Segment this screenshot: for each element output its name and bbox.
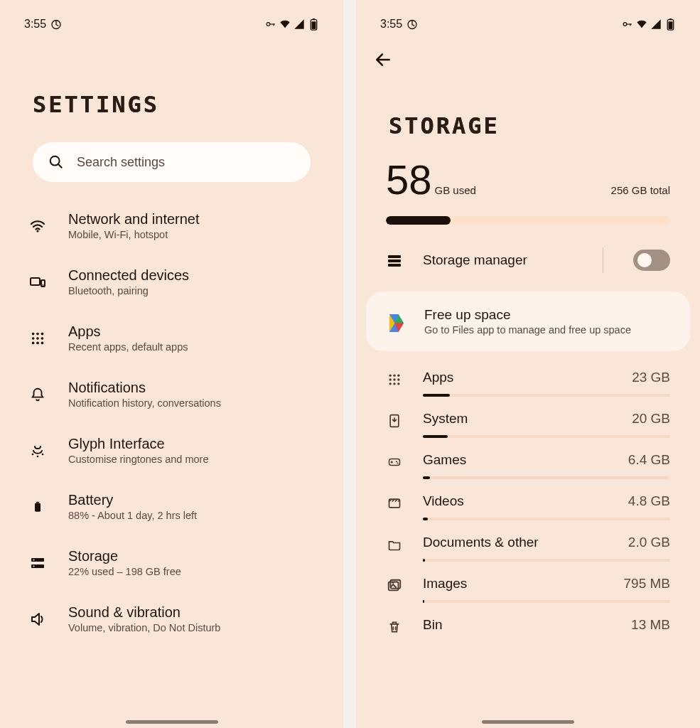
- settings-screen: 3:55 SETTINGS Search settings Network an…: [0, 0, 343, 728]
- apps-grid-icon: [386, 371, 403, 388]
- storage-categories: Apps23 GB System20 GB Games6.4 GB Videos…: [356, 355, 700, 646]
- svg-point-23: [42, 453, 44, 455]
- settings-item-connected-devices[interactable]: Connected devicesBluetooth, pairing: [21, 254, 322, 310]
- nav-handle[interactable]: [126, 720, 218, 724]
- files-app-icon: [386, 311, 407, 332]
- volume-icon: [27, 609, 48, 630]
- glyph-icon: [27, 440, 48, 461]
- svg-point-1: [266, 23, 270, 26]
- svg-point-15: [41, 332, 44, 335]
- devices-icon: [27, 272, 48, 293]
- svg-rect-10: [31, 278, 40, 285]
- svg-point-32: [623, 23, 627, 26]
- storage-used-unit: GB used: [435, 184, 476, 196]
- battery-icon: [27, 496, 48, 518]
- storage-progress-bar: [386, 216, 670, 225]
- svg-rect-38: [388, 255, 401, 258]
- statusbar-app-icon: [50, 18, 62, 30]
- svg-point-45: [393, 378, 395, 380]
- svg-point-16: [32, 337, 35, 340]
- svg-rect-40: [388, 264, 401, 267]
- svg-point-46: [397, 378, 399, 380]
- storage-manager-label[interactable]: Storage manager: [423, 252, 581, 268]
- svg-rect-3: [274, 23, 274, 26]
- search-settings[interactable]: Search settings: [33, 142, 311, 182]
- svg-point-30: [33, 565, 35, 567]
- storage-screen: 3:55 STORAGE 58GB used 256 GB total: [356, 0, 700, 728]
- trash-icon: [386, 619, 403, 636]
- svg-rect-39: [388, 259, 401, 262]
- settings-item-sound[interactable]: Sound & vibrationVolume, vibration, Do N…: [21, 591, 322, 647]
- svg-point-44: [389, 378, 392, 380]
- svg-point-20: [36, 341, 39, 344]
- nav-handle[interactable]: [482, 720, 574, 724]
- storage-cat-apps[interactable]: Apps23 GB: [386, 355, 670, 397]
- free-up-space-card[interactable]: Free up space Go to Files app to manage …: [366, 291, 690, 351]
- storage-title: STORAGE: [356, 74, 700, 139]
- signal-icon: [294, 18, 305, 30]
- svg-point-29: [33, 559, 35, 560]
- storage-cat-games[interactable]: Games6.4 GB: [386, 438, 670, 479]
- storage-summary: 58GB used 256 GB total: [356, 139, 700, 225]
- free-up-space-label: Free up space: [424, 307, 631, 323]
- svg-point-52: [396, 461, 397, 462]
- svg-point-13: [32, 332, 35, 335]
- svg-rect-37: [669, 18, 671, 20]
- settings-item-glyph[interactable]: Glyph InterfaceCustomise ringtones and m…: [21, 422, 322, 478]
- storage-icon: [27, 552, 48, 574]
- svg-rect-26: [36, 501, 39, 503]
- svg-point-22: [32, 453, 34, 455]
- svg-rect-36: [668, 21, 672, 29]
- wifi-icon: [636, 18, 647, 30]
- back-button[interactable]: [369, 46, 397, 74]
- storage-cat-documents[interactable]: Documents & other2.0 GB: [386, 520, 670, 562]
- storage-total: 256 GB total: [611, 184, 670, 200]
- settings-item-apps[interactable]: AppsRecent apps, default apps: [21, 310, 322, 366]
- system-update-icon: [386, 412, 403, 429]
- storage-cat-videos[interactable]: Videos4.8 GB: [386, 479, 670, 520]
- settings-list: Network and internetMobile, Wi-Fi, hotsp…: [0, 186, 343, 647]
- battery-icon: [308, 18, 319, 30]
- svg-point-53: [397, 463, 399, 464]
- svg-point-21: [41, 341, 44, 344]
- vpn-key-icon: [622, 18, 633, 30]
- movie-icon: [386, 495, 403, 512]
- svg-point-18: [41, 337, 44, 340]
- apps-grid-icon: [27, 328, 48, 349]
- search-icon: [48, 154, 64, 170]
- statusbar-time: 3:55: [380, 18, 402, 31]
- vpn-key-icon: [265, 18, 276, 30]
- storage-cat-images[interactable]: Images795 MB: [386, 562, 670, 603]
- free-up-space-sub: Go to Files app to manage and free up sp…: [424, 324, 631, 336]
- settings-item-battery[interactable]: Battery88% - About 1 day, 2 hrs left: [21, 478, 322, 535]
- storage-cat-bin[interactable]: Bin13 MB: [386, 603, 670, 646]
- svg-point-47: [389, 382, 392, 385]
- svg-line-8: [58, 164, 63, 168]
- svg-point-41: [389, 375, 392, 377]
- statusbar: 3:55: [0, 0, 343, 33]
- settings-item-storage[interactable]: Storage22% used – 198 GB free: [21, 535, 322, 591]
- divider: [603, 247, 603, 273]
- search-placeholder: Search settings: [77, 155, 165, 170]
- wifi-icon: [279, 18, 291, 30]
- statusbar: 3:55: [356, 0, 700, 33]
- svg-rect-33: [627, 23, 632, 24]
- storage-used-value: 58: [386, 156, 432, 203]
- image-icon: [386, 577, 403, 594]
- statusbar-app-icon: [406, 18, 418, 30]
- statusbar-time: 3:55: [24, 18, 46, 31]
- svg-rect-5: [311, 21, 316, 29]
- signal-icon: [650, 18, 662, 30]
- settings-item-notifications[interactable]: NotificationsNotification history, conve…: [21, 366, 322, 422]
- storage-cat-system[interactable]: System20 GB: [386, 397, 670, 438]
- storage-progress-fill: [386, 216, 451, 225]
- svg-point-57: [392, 582, 394, 584]
- svg-point-17: [36, 337, 39, 340]
- svg-point-48: [393, 382, 395, 385]
- svg-point-9: [36, 230, 38, 232]
- svg-rect-34: [630, 23, 631, 26]
- storage-manager-toggle[interactable]: [633, 250, 670, 271]
- svg-rect-6: [312, 18, 314, 20]
- settings-item-network[interactable]: Network and internetMobile, Wi-Fi, hotsp…: [21, 198, 322, 254]
- svg-point-42: [393, 375, 395, 377]
